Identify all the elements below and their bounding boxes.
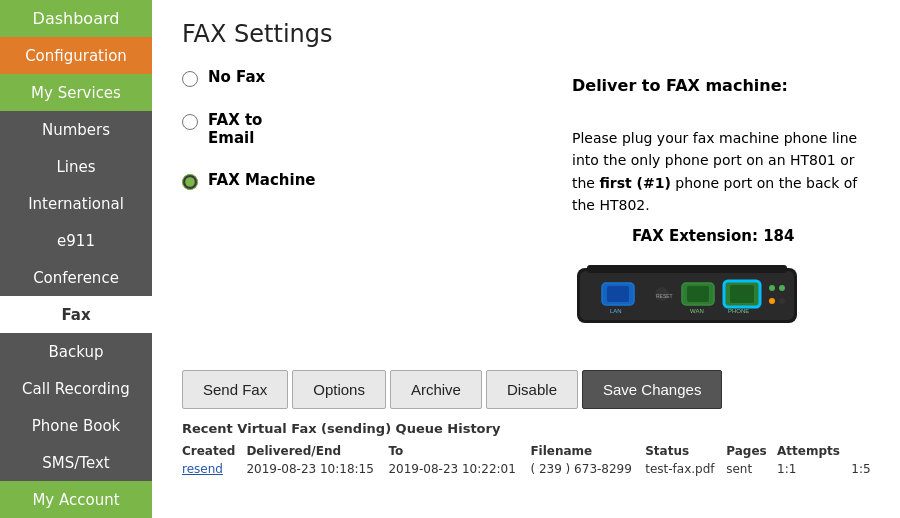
sidebar-item-backup[interactable]: Backup: [0, 333, 152, 370]
cell-pages: 1:1: [777, 460, 851, 478]
disable-button[interactable]: Disable: [486, 370, 578, 409]
fax-machine-section: FAX Extension: 184 RESET: [572, 227, 870, 333]
sidebar-item-phone-book[interactable]: Phone Book: [0, 407, 152, 444]
svg-text:RESET: RESET: [656, 293, 673, 299]
svg-point-11: [769, 285, 775, 291]
col-status: Status: [645, 442, 726, 460]
sidebar-item-my-account[interactable]: My Account: [0, 481, 152, 518]
fax-to-email-radio[interactable]: [182, 114, 198, 130]
save-changes-button[interactable]: Save Changes: [582, 370, 722, 409]
fax-machine-radio[interactable]: [182, 174, 198, 190]
svg-text:PHONE: PHONE: [728, 308, 749, 314]
sidebar-item-my-services[interactable]: My Services: [0, 74, 152, 111]
cell-status: sent: [726, 460, 777, 478]
svg-point-14: [779, 298, 785, 304]
svg-rect-2: [587, 265, 787, 273]
fax-right-column: Deliver to FAX machine: Please plug your…: [562, 68, 870, 333]
col-filename: Filename: [530, 442, 645, 460]
no-fax-option: No Fax: [182, 68, 562, 87]
col-to: To: [388, 442, 530, 460]
cell-to: ( 239 ) 673-8299: [530, 460, 645, 478]
sidebar-item-conference[interactable]: Conference: [0, 259, 152, 296]
sidebar-item-international[interactable]: International: [0, 185, 152, 222]
no-fax-radio[interactable]: [182, 71, 198, 87]
table-row: resend 2019-08-23 10:18:15 2019-08-23 10…: [182, 460, 880, 478]
no-fax-label[interactable]: No Fax: [208, 68, 308, 86]
fax-to-email-option: FAX toEmail: [182, 111, 562, 147]
sidebar-item-fax[interactable]: Fax: [0, 296, 152, 333]
svg-text:WAN: WAN: [690, 308, 704, 314]
queue-section: Recent Virtual Fax (sending) Queue Histo…: [182, 421, 880, 478]
queue-table: Created Delivered/End To Filename Status…: [182, 442, 880, 478]
svg-rect-8: [687, 286, 709, 302]
sidebar-item-configuration[interactable]: Configuration: [0, 37, 152, 74]
action-buttons: Send Fax Options Archive Disable Save Ch…: [182, 370, 880, 409]
svg-rect-4: [607, 286, 629, 302]
sidebar-item-call-recording[interactable]: Call Recording: [0, 370, 152, 407]
sidebar-item-sms-text[interactable]: SMS/Text: [0, 444, 152, 481]
svg-text:LAN: LAN: [610, 308, 622, 314]
svg-point-12: [779, 285, 785, 291]
main-content: FAX Settings No Fax FAX toEmail FAX Mach…: [152, 0, 900, 518]
page-title: FAX Settings: [182, 20, 870, 48]
fax-to-email-label: FAX toEmail: [208, 111, 308, 147]
send-fax-button[interactable]: Send Fax: [182, 370, 288, 409]
fax-description: Please plug your fax machine phone line …: [572, 127, 870, 217]
queue-title: Recent Virtual Fax (sending) Queue Histo…: [182, 421, 880, 436]
svg-point-13: [769, 298, 775, 304]
fax-machine-label[interactable]: FAX Machine: [208, 171, 316, 189]
resend-link[interactable]: resend: [182, 462, 223, 476]
col-created: Created: [182, 442, 246, 460]
fax-settings-content: No Fax FAX toEmail FAX Machine Deliver t…: [182, 68, 870, 333]
fax-machine-option: FAX Machine: [182, 171, 562, 190]
sidebar-item-lines[interactable]: Lines: [0, 148, 152, 185]
col-pages: Pages: [726, 442, 777, 460]
sidebar-item-dashboard[interactable]: Dashboard: [0, 0, 152, 37]
cell-delivered: 2019-08-23 10:22:01: [388, 460, 530, 478]
cell-filename: test-fax.pdf: [645, 460, 726, 478]
cell-created: 2019-08-23 10:18:15: [246, 460, 388, 478]
queue-table-header: Created Delivered/End To Filename Status…: [182, 442, 880, 460]
archive-button[interactable]: Archive: [390, 370, 482, 409]
svg-rect-10: [730, 285, 754, 303]
sidebar: Dashboard Configuration My Services Numb…: [0, 0, 152, 518]
options-button[interactable]: Options: [292, 370, 386, 409]
cell-attempts: 1:5: [851, 460, 880, 478]
sidebar-item-e911[interactable]: e911: [0, 222, 152, 259]
sidebar-item-numbers[interactable]: Numbers: [0, 111, 152, 148]
deliver-header: Deliver to FAX machine:: [572, 76, 870, 95]
col-attempts: Attempts: [777, 442, 851, 460]
bottom-section: Send Fax Options Archive Disable Save Ch…: [182, 370, 880, 478]
fax-extension-label: FAX Extension: 184: [632, 227, 794, 245]
router-image: RESET LAN WAN PHONE: [572, 253, 802, 333]
col-delivered: Delivered/End: [246, 442, 388, 460]
fax-left-column: No Fax FAX toEmail FAX Machine: [182, 68, 562, 333]
